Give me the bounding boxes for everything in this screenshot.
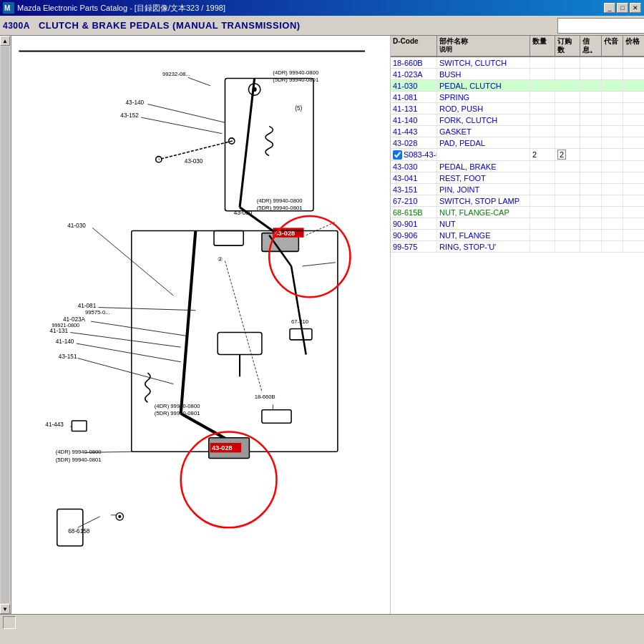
svg-point-11 — [253, 87, 257, 92]
row-price — [623, 137, 644, 148]
row-qty — [530, 241, 555, 252]
scroll-up-button[interactable]: ▲ — [0, 36, 10, 46]
row-rep — [602, 195, 623, 206]
parts-rows-container: 18-660B SWITCH, CLUTCH 41-023A BUSH — [391, 57, 644, 614]
row-dcode: 18-660B — [391, 57, 437, 68]
table-row[interactable]: 41-081 SPRING — [391, 92, 644, 103]
row-qty — [530, 114, 555, 125]
svg-text:43-140: 43-140 — [126, 99, 145, 106]
row-qty — [530, 172, 555, 183]
svg-text:43-152: 43-152 — [120, 112, 139, 119]
row-name: REST, FOOT — [437, 172, 530, 183]
row-qty — [530, 103, 555, 114]
table-row[interactable]: 43-151 PIN, JOINT — [391, 184, 644, 195]
svg-text:M: M — [4, 4, 10, 12]
header-name: 部件名称 说明 — [437, 36, 530, 57]
row-info — [580, 149, 602, 160]
header-info: 信息。 — [580, 36, 602, 57]
row-order — [555, 207, 580, 218]
row-price — [623, 126, 644, 137]
table-row[interactable]: 43-041 REST, FOOT — [391, 172, 644, 184]
table-row[interactable]: 41-030 PEDAL, CLUTCH — [391, 80, 644, 92]
table-row[interactable]: 41-131 ROD, PUSH — [391, 103, 644, 114]
row-dcode: 41-023A — [391, 69, 437, 79]
row-dcode: 41-443 — [391, 126, 437, 137]
row-qty — [530, 126, 555, 137]
scroll-track — [1, 47, 9, 603]
diagram-content: 43-028 (5) (4DR) 99940-0800 (5DR) 99940-… — [11, 36, 390, 600]
row-dcode: 41-131 — [391, 103, 437, 114]
row-name: PEDAL, BRAKE — [437, 161, 530, 172]
main-area: ▲ ▼ 43-028 — [0, 36, 644, 614]
row-rep — [602, 103, 623, 114]
row-price — [623, 103, 644, 114]
table-row[interactable]: 43-028 PAD, PEDAL — [391, 137, 644, 149]
row-checkbox[interactable] — [393, 150, 402, 160]
row-qty — [530, 161, 555, 172]
row-qty — [530, 184, 555, 195]
row-info — [580, 126, 602, 137]
row-name: PAD, PEDAL — [437, 137, 530, 148]
row-price — [623, 161, 644, 172]
row-info — [580, 207, 602, 218]
header-order: 订购数 — [555, 36, 580, 57]
status-bar — [0, 614, 644, 630]
row-name: NUT, FLANGE — [437, 230, 530, 240]
row-price — [623, 218, 644, 229]
parts-diagram: 43-028 (5) (4DR) 99940-0800 (5DR) 99940-… — [11, 36, 390, 600]
row-dcode: 41-140 — [391, 114, 437, 125]
row-name: GASKET — [437, 126, 530, 137]
row-price — [623, 172, 644, 183]
row-price — [623, 207, 644, 218]
row-order — [555, 161, 580, 172]
row-dcode: 43-030 — [391, 161, 437, 172]
header-rep: 代音 — [602, 36, 623, 57]
category-select[interactable] — [557, 18, 644, 34]
row-order — [555, 137, 580, 148]
table-row[interactable]: 68-615B NUT, FLANGE-CAP — [391, 207, 644, 218]
row-rep — [602, 161, 623, 172]
svg-text:43-028: 43-028 — [212, 444, 233, 452]
row-qty — [530, 80, 555, 91]
table-row[interactable]: S083-43-028 2 2 — [391, 149, 644, 161]
table-row[interactable]: 41-140 FORK, CLUTCH — [391, 114, 644, 126]
row-qty — [530, 207, 555, 218]
main-toolbar: 4300A CLUTCH & BRAKE PEDALS (MANUAL TRAN… — [0, 16, 644, 36]
table-row[interactable]: 99-575 RING, STOP-'U' — [391, 241, 644, 253]
left-scrollbar: ▲ ▼ — [0, 36, 11, 614]
svg-text:99232-08...: 99232-08... — [162, 71, 190, 77]
svg-text:43-030: 43-030 — [234, 210, 253, 216]
svg-text:67-210: 67-210 — [291, 318, 308, 325]
table-row[interactable]: 41-023A BUSH — [391, 69, 644, 80]
svg-text:41-030: 41-030 — [67, 223, 86, 229]
table-row[interactable]: 18-660B SWITCH, CLUTCH — [391, 57, 644, 69]
row-price — [623, 80, 644, 91]
row-qty — [530, 230, 555, 240]
checkbox-cell[interactable]: S083-43-028 — [391, 149, 437, 160]
diagram-panel: 43-028 (5) (4DR) 99940-0800 (5DR) 99940-… — [11, 36, 391, 614]
svg-text:②: ② — [218, 256, 223, 263]
row-rep — [602, 172, 623, 183]
svg-point-68 — [118, 515, 121, 518]
row-dcode: 68-615B — [391, 207, 437, 218]
section-title: CLUTCH & BRAKE PEDALS (MANUAL TRANSMISSI… — [39, 20, 301, 31]
parts-table-header: D-Code 部件名称 说明 数量 订购数 信息。 代音 价格 — [391, 36, 644, 57]
table-row[interactable]: 67-210 SWITCH, STOP LAMP — [391, 195, 644, 207]
table-row[interactable]: 43-030 PEDAL, BRAKE — [391, 161, 644, 172]
row-qty — [530, 137, 555, 148]
table-row[interactable]: 90-906 NUT, FLANGE — [391, 230, 644, 241]
row-info — [580, 218, 602, 229]
table-row[interactable]: 90-901 NUT — [391, 218, 644, 230]
row-info — [580, 114, 602, 125]
scroll-down-button[interactable]: ▼ — [0, 604, 10, 614]
row-dcode: 41-030 — [391, 80, 437, 91]
row-name: FORK, CLUTCH — [437, 114, 530, 125]
row-price — [623, 184, 644, 195]
row-info — [580, 69, 602, 79]
row-order — [555, 218, 580, 229]
row-rep — [602, 114, 623, 125]
row-price — [623, 92, 644, 102]
row-order — [555, 57, 580, 68]
table-row[interactable]: 41-443 GASKET — [391, 126, 644, 137]
row-info — [580, 172, 602, 183]
